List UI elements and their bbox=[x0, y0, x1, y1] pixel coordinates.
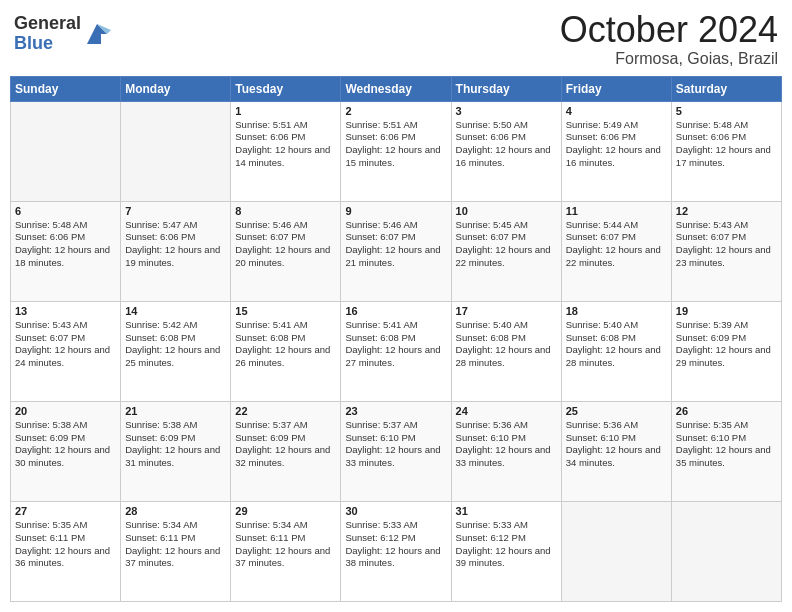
calendar-cell: 6Sunrise: 5:48 AMSunset: 6:06 PMDaylight… bbox=[11, 201, 121, 301]
day-number: 21 bbox=[125, 405, 226, 417]
day-number: 4 bbox=[566, 105, 667, 117]
calendar-cell: 4Sunrise: 5:49 AMSunset: 6:06 PMDaylight… bbox=[561, 101, 671, 201]
calendar-header-monday: Monday bbox=[121, 76, 231, 101]
month-title: October 2024 bbox=[560, 10, 778, 50]
calendar-cell: 23Sunrise: 5:37 AMSunset: 6:10 PMDayligh… bbox=[341, 401, 451, 501]
calendar-cell: 7Sunrise: 5:47 AMSunset: 6:06 PMDaylight… bbox=[121, 201, 231, 301]
calendar-week-5: 27Sunrise: 5:35 AMSunset: 6:11 PMDayligh… bbox=[11, 501, 782, 601]
day-number: 7 bbox=[125, 205, 226, 217]
calendar-cell: 30Sunrise: 5:33 AMSunset: 6:12 PMDayligh… bbox=[341, 501, 451, 601]
day-info: Sunrise: 5:40 AMSunset: 6:08 PMDaylight:… bbox=[566, 319, 667, 370]
calendar-cell: 2Sunrise: 5:51 AMSunset: 6:06 PMDaylight… bbox=[341, 101, 451, 201]
day-number: 15 bbox=[235, 305, 336, 317]
logo: General Blue bbox=[14, 14, 111, 54]
calendar-week-2: 6Sunrise: 5:48 AMSunset: 6:06 PMDaylight… bbox=[11, 201, 782, 301]
calendar-cell: 13Sunrise: 5:43 AMSunset: 6:07 PMDayligh… bbox=[11, 301, 121, 401]
calendar-cell bbox=[121, 101, 231, 201]
day-info: Sunrise: 5:46 AMSunset: 6:07 PMDaylight:… bbox=[235, 219, 336, 270]
calendar-cell: 9Sunrise: 5:46 AMSunset: 6:07 PMDaylight… bbox=[341, 201, 451, 301]
day-info: Sunrise: 5:33 AMSunset: 6:12 PMDaylight:… bbox=[456, 519, 557, 570]
day-info: Sunrise: 5:45 AMSunset: 6:07 PMDaylight:… bbox=[456, 219, 557, 270]
calendar-cell: 15Sunrise: 5:41 AMSunset: 6:08 PMDayligh… bbox=[231, 301, 341, 401]
logo-general: General bbox=[14, 13, 81, 33]
day-info: Sunrise: 5:51 AMSunset: 6:06 PMDaylight:… bbox=[235, 119, 336, 170]
day-info: Sunrise: 5:36 AMSunset: 6:10 PMDaylight:… bbox=[566, 419, 667, 470]
day-number: 6 bbox=[15, 205, 116, 217]
day-info: Sunrise: 5:41 AMSunset: 6:08 PMDaylight:… bbox=[345, 319, 446, 370]
day-info: Sunrise: 5:50 AMSunset: 6:06 PMDaylight:… bbox=[456, 119, 557, 170]
day-number: 5 bbox=[676, 105, 777, 117]
calendar-cell: 24Sunrise: 5:36 AMSunset: 6:10 PMDayligh… bbox=[451, 401, 561, 501]
header: General Blue October 2024 Formosa, Goias… bbox=[10, 10, 782, 68]
calendar-header-sunday: Sunday bbox=[11, 76, 121, 101]
calendar-header-row: SundayMondayTuesdayWednesdayThursdayFrid… bbox=[11, 76, 782, 101]
calendar-cell: 12Sunrise: 5:43 AMSunset: 6:07 PMDayligh… bbox=[671, 201, 781, 301]
calendar-cell: 19Sunrise: 5:39 AMSunset: 6:09 PMDayligh… bbox=[671, 301, 781, 401]
day-info: Sunrise: 5:43 AMSunset: 6:07 PMDaylight:… bbox=[15, 319, 116, 370]
day-number: 17 bbox=[456, 305, 557, 317]
day-info: Sunrise: 5:34 AMSunset: 6:11 PMDaylight:… bbox=[235, 519, 336, 570]
day-info: Sunrise: 5:39 AMSunset: 6:09 PMDaylight:… bbox=[676, 319, 777, 370]
calendar-cell: 3Sunrise: 5:50 AMSunset: 6:06 PMDaylight… bbox=[451, 101, 561, 201]
day-info: Sunrise: 5:46 AMSunset: 6:07 PMDaylight:… bbox=[345, 219, 446, 270]
calendar-cell: 10Sunrise: 5:45 AMSunset: 6:07 PMDayligh… bbox=[451, 201, 561, 301]
day-number: 14 bbox=[125, 305, 226, 317]
day-info: Sunrise: 5:38 AMSunset: 6:09 PMDaylight:… bbox=[125, 419, 226, 470]
calendar-header-friday: Friday bbox=[561, 76, 671, 101]
calendar-cell: 22Sunrise: 5:37 AMSunset: 6:09 PMDayligh… bbox=[231, 401, 341, 501]
calendar-cell: 8Sunrise: 5:46 AMSunset: 6:07 PMDaylight… bbox=[231, 201, 341, 301]
calendar-cell bbox=[671, 501, 781, 601]
day-number: 2 bbox=[345, 105, 446, 117]
day-info: Sunrise: 5:35 AMSunset: 6:10 PMDaylight:… bbox=[676, 419, 777, 470]
day-info: Sunrise: 5:35 AMSunset: 6:11 PMDaylight:… bbox=[15, 519, 116, 570]
day-number: 19 bbox=[676, 305, 777, 317]
day-number: 18 bbox=[566, 305, 667, 317]
calendar-cell: 28Sunrise: 5:34 AMSunset: 6:11 PMDayligh… bbox=[121, 501, 231, 601]
day-number: 8 bbox=[235, 205, 336, 217]
calendar-week-1: 1Sunrise: 5:51 AMSunset: 6:06 PMDaylight… bbox=[11, 101, 782, 201]
day-info: Sunrise: 5:44 AMSunset: 6:07 PMDaylight:… bbox=[566, 219, 667, 270]
day-number: 22 bbox=[235, 405, 336, 417]
calendar-table: SundayMondayTuesdayWednesdayThursdayFrid… bbox=[10, 76, 782, 602]
day-number: 24 bbox=[456, 405, 557, 417]
day-number: 20 bbox=[15, 405, 116, 417]
calendar-cell bbox=[561, 501, 671, 601]
calendar-cell: 29Sunrise: 5:34 AMSunset: 6:11 PMDayligh… bbox=[231, 501, 341, 601]
day-info: Sunrise: 5:40 AMSunset: 6:08 PMDaylight:… bbox=[456, 319, 557, 370]
day-info: Sunrise: 5:48 AMSunset: 6:06 PMDaylight:… bbox=[676, 119, 777, 170]
day-number: 31 bbox=[456, 505, 557, 517]
calendar-cell: 25Sunrise: 5:36 AMSunset: 6:10 PMDayligh… bbox=[561, 401, 671, 501]
calendar-cell: 27Sunrise: 5:35 AMSunset: 6:11 PMDayligh… bbox=[11, 501, 121, 601]
day-info: Sunrise: 5:37 AMSunset: 6:09 PMDaylight:… bbox=[235, 419, 336, 470]
logo-blue: Blue bbox=[14, 33, 53, 53]
logo-icon bbox=[83, 20, 111, 48]
calendar-cell: 26Sunrise: 5:35 AMSunset: 6:10 PMDayligh… bbox=[671, 401, 781, 501]
day-info: Sunrise: 5:33 AMSunset: 6:12 PMDaylight:… bbox=[345, 519, 446, 570]
day-info: Sunrise: 5:48 AMSunset: 6:06 PMDaylight:… bbox=[15, 219, 116, 270]
calendar-cell: 14Sunrise: 5:42 AMSunset: 6:08 PMDayligh… bbox=[121, 301, 231, 401]
calendar-cell: 21Sunrise: 5:38 AMSunset: 6:09 PMDayligh… bbox=[121, 401, 231, 501]
day-number: 16 bbox=[345, 305, 446, 317]
calendar-cell: 1Sunrise: 5:51 AMSunset: 6:06 PMDaylight… bbox=[231, 101, 341, 201]
day-number: 10 bbox=[456, 205, 557, 217]
calendar-week-3: 13Sunrise: 5:43 AMSunset: 6:07 PMDayligh… bbox=[11, 301, 782, 401]
day-info: Sunrise: 5:49 AMSunset: 6:06 PMDaylight:… bbox=[566, 119, 667, 170]
calendar-header-saturday: Saturday bbox=[671, 76, 781, 101]
calendar-cell: 17Sunrise: 5:40 AMSunset: 6:08 PMDayligh… bbox=[451, 301, 561, 401]
day-number: 26 bbox=[676, 405, 777, 417]
day-info: Sunrise: 5:34 AMSunset: 6:11 PMDaylight:… bbox=[125, 519, 226, 570]
day-info: Sunrise: 5:37 AMSunset: 6:10 PMDaylight:… bbox=[345, 419, 446, 470]
day-info: Sunrise: 5:43 AMSunset: 6:07 PMDaylight:… bbox=[676, 219, 777, 270]
day-info: Sunrise: 5:41 AMSunset: 6:08 PMDaylight:… bbox=[235, 319, 336, 370]
calendar-cell: 18Sunrise: 5:40 AMSunset: 6:08 PMDayligh… bbox=[561, 301, 671, 401]
day-number: 11 bbox=[566, 205, 667, 217]
day-number: 25 bbox=[566, 405, 667, 417]
day-info: Sunrise: 5:51 AMSunset: 6:06 PMDaylight:… bbox=[345, 119, 446, 170]
day-number: 9 bbox=[345, 205, 446, 217]
day-number: 3 bbox=[456, 105, 557, 117]
title-area: October 2024 Formosa, Goias, Brazil bbox=[560, 10, 778, 68]
day-number: 1 bbox=[235, 105, 336, 117]
calendar-week-4: 20Sunrise: 5:38 AMSunset: 6:09 PMDayligh… bbox=[11, 401, 782, 501]
day-number: 29 bbox=[235, 505, 336, 517]
calendar-cell: 16Sunrise: 5:41 AMSunset: 6:08 PMDayligh… bbox=[341, 301, 451, 401]
